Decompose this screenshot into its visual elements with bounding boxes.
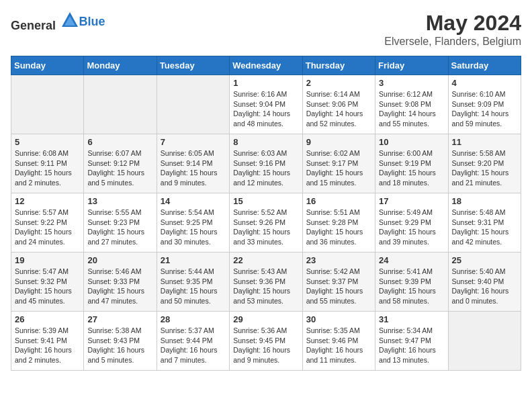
weekday-header-tuesday: Tuesday — [157, 56, 229, 75]
calendar-cell — [11, 75, 84, 134]
day-number: 16 — [306, 196, 371, 206]
calendar-cell: 18Sunrise: 5:48 AM Sunset: 9:31 PM Dayli… — [448, 193, 521, 253]
day-info: Sunrise: 5:35 AM Sunset: 9:46 PM Dayligh… — [306, 326, 371, 365]
calendar-week-row-1: 1Sunrise: 6:16 AM Sunset: 9:04 PM Daylig… — [11, 75, 521, 134]
calendar-cell — [157, 75, 229, 134]
calendar-cell: 15Sunrise: 5:52 AM Sunset: 9:26 PM Dayli… — [230, 193, 302, 253]
day-number: 13 — [87, 196, 152, 206]
day-info: Sunrise: 5:43 AM Sunset: 9:36 PM Dayligh… — [233, 267, 298, 306]
calendar-cell: 17Sunrise: 5:49 AM Sunset: 9:29 PM Dayli… — [375, 193, 448, 253]
weekday-header-sunday: Sunday — [11, 56, 84, 75]
day-number: 28 — [161, 314, 226, 324]
calendar-week-row-5: 26Sunrise: 5:39 AM Sunset: 9:41 PM Dayli… — [11, 312, 521, 371]
day-number: 31 — [379, 314, 444, 324]
day-number: 11 — [452, 137, 517, 147]
day-number: 18 — [452, 196, 517, 206]
day-number: 24 — [379, 255, 444, 265]
calendar-cell: 25Sunrise: 5:40 AM Sunset: 9:40 PM Dayli… — [448, 253, 521, 312]
day-info: Sunrise: 5:48 AM Sunset: 9:31 PM Dayligh… — [452, 208, 517, 247]
weekday-header-monday: Monday — [84, 56, 157, 75]
calendar-cell: 27Sunrise: 5:38 AM Sunset: 9:43 PM Dayli… — [84, 312, 157, 371]
day-info: Sunrise: 5:49 AM Sunset: 9:29 PM Dayligh… — [379, 208, 444, 247]
calendar-week-row-3: 12Sunrise: 5:57 AM Sunset: 9:22 PM Dayli… — [11, 193, 521, 253]
day-number: 29 — [233, 314, 298, 324]
calendar-table: SundayMondayTuesdayWednesdayThursdayFrid… — [11, 56, 521, 371]
day-info: Sunrise: 5:36 AM Sunset: 9:45 PM Dayligh… — [233, 326, 298, 365]
day-info: Sunrise: 5:40 AM Sunset: 9:40 PM Dayligh… — [452, 267, 517, 306]
calendar-cell: 12Sunrise: 5:57 AM Sunset: 9:22 PM Dayli… — [11, 193, 84, 253]
calendar-cell: 29Sunrise: 5:36 AM Sunset: 9:45 PM Dayli… — [230, 312, 302, 371]
title-block: May 2024 Elversele, Flanders, Belgium — [384, 11, 521, 48]
calendar-week-row-4: 19Sunrise: 5:47 AM Sunset: 9:32 PM Dayli… — [11, 253, 521, 312]
day-number: 14 — [161, 196, 226, 206]
day-info: Sunrise: 6:08 AM Sunset: 9:11 PM Dayligh… — [15, 148, 80, 188]
calendar-cell: 3Sunrise: 6:12 AM Sunset: 9:08 PM Daylig… — [375, 75, 448, 134]
day-info: Sunrise: 6:14 AM Sunset: 9:06 PM Dayligh… — [306, 89, 371, 129]
day-number: 25 — [452, 255, 517, 265]
calendar-week-row-2: 5Sunrise: 6:08 AM Sunset: 9:11 PM Daylig… — [11, 134, 521, 193]
day-info: Sunrise: 5:41 AM Sunset: 9:39 PM Dayligh… — [379, 267, 444, 306]
day-info: Sunrise: 5:46 AM Sunset: 9:33 PM Dayligh… — [87, 267, 152, 306]
calendar-cell: 20Sunrise: 5:46 AM Sunset: 9:33 PM Dayli… — [84, 253, 157, 312]
day-number: 8 — [233, 137, 298, 147]
day-number: 21 — [161, 255, 226, 265]
calendar-cell: 13Sunrise: 5:55 AM Sunset: 9:23 PM Dayli… — [84, 193, 157, 253]
calendar-cell: 11Sunrise: 5:58 AM Sunset: 9:20 PM Dayli… — [448, 134, 521, 193]
weekday-header-row: SundayMondayTuesdayWednesdayThursdayFrid… — [11, 56, 521, 75]
day-info: Sunrise: 5:51 AM Sunset: 9:28 PM Dayligh… — [306, 208, 371, 247]
page-header: General Blue May 2024 Elversele, Flander… — [11, 11, 521, 48]
weekday-header-wednesday: Wednesday — [230, 56, 302, 75]
calendar-cell: 4Sunrise: 6:10 AM Sunset: 9:09 PM Daylig… — [448, 75, 521, 134]
logo: General Blue — [11, 11, 105, 33]
logo-icon — [60, 11, 79, 30]
day-number: 3 — [379, 78, 444, 88]
calendar-cell: 9Sunrise: 6:02 AM Sunset: 9:17 PM Daylig… — [302, 134, 375, 193]
calendar-cell: 1Sunrise: 6:16 AM Sunset: 9:04 PM Daylig… — [230, 75, 302, 134]
calendar-cell: 5Sunrise: 6:08 AM Sunset: 9:11 PM Daylig… — [11, 134, 84, 193]
day-number: 27 — [87, 314, 152, 324]
day-info: Sunrise: 6:03 AM Sunset: 9:16 PM Dayligh… — [233, 148, 298, 188]
day-info: Sunrise: 6:10 AM Sunset: 9:09 PM Dayligh… — [452, 89, 517, 129]
calendar-cell: 16Sunrise: 5:51 AM Sunset: 9:28 PM Dayli… — [302, 193, 375, 253]
day-number: 22 — [233, 255, 298, 265]
calendar-cell: 19Sunrise: 5:47 AM Sunset: 9:32 PM Dayli… — [11, 253, 84, 312]
day-info: Sunrise: 5:47 AM Sunset: 9:32 PM Dayligh… — [15, 267, 80, 306]
day-number: 12 — [15, 196, 80, 206]
day-number: 26 — [15, 314, 80, 324]
day-number: 5 — [15, 137, 80, 147]
day-number: 30 — [306, 314, 371, 324]
day-number: 4 — [452, 78, 517, 88]
day-info: Sunrise: 6:07 AM Sunset: 9:12 PM Dayligh… — [87, 148, 152, 188]
calendar-cell: 14Sunrise: 5:54 AM Sunset: 9:25 PM Dayli… — [157, 193, 229, 253]
calendar-cell: 22Sunrise: 5:43 AM Sunset: 9:36 PM Dayli… — [230, 253, 302, 312]
day-number: 6 — [87, 137, 152, 147]
day-number: 19 — [15, 255, 80, 265]
calendar-cell: 7Sunrise: 6:05 AM Sunset: 9:14 PM Daylig… — [157, 134, 229, 193]
weekday-header-thursday: Thursday — [302, 56, 375, 75]
day-info: Sunrise: 5:57 AM Sunset: 9:22 PM Dayligh… — [15, 208, 80, 247]
calendar-cell: 6Sunrise: 6:07 AM Sunset: 9:12 PM Daylig… — [84, 134, 157, 193]
calendar-cell: 23Sunrise: 5:42 AM Sunset: 9:37 PM Dayli… — [302, 253, 375, 312]
day-number: 7 — [161, 137, 226, 147]
weekday-header-saturday: Saturday — [448, 56, 521, 75]
calendar-cell: 31Sunrise: 5:34 AM Sunset: 9:47 PM Dayli… — [375, 312, 448, 371]
calendar-cell — [448, 312, 521, 371]
day-info: Sunrise: 6:00 AM Sunset: 9:19 PM Dayligh… — [379, 148, 444, 188]
day-number: 2 — [306, 78, 371, 88]
calendar-cell: 10Sunrise: 6:00 AM Sunset: 9:19 PM Dayli… — [375, 134, 448, 193]
calendar-cell — [84, 75, 157, 134]
day-number: 9 — [306, 137, 371, 147]
day-info: Sunrise: 5:39 AM Sunset: 9:41 PM Dayligh… — [15, 326, 80, 365]
day-info: Sunrise: 6:16 AM Sunset: 9:04 PM Dayligh… — [233, 89, 298, 129]
day-info: Sunrise: 5:52 AM Sunset: 9:26 PM Dayligh… — [233, 208, 298, 247]
day-info: Sunrise: 6:05 AM Sunset: 9:14 PM Dayligh… — [161, 148, 226, 188]
day-info: Sunrise: 5:34 AM Sunset: 9:47 PM Dayligh… — [379, 326, 444, 365]
calendar-cell: 30Sunrise: 5:35 AM Sunset: 9:46 PM Dayli… — [302, 312, 375, 371]
weekday-header-friday: Friday — [375, 56, 448, 75]
month-year-title: May 2024 — [384, 11, 521, 36]
calendar-cell: 8Sunrise: 6:03 AM Sunset: 9:16 PM Daylig… — [230, 134, 302, 193]
calendar-cell: 28Sunrise: 5:37 AM Sunset: 9:44 PM Dayli… — [157, 312, 229, 371]
day-info: Sunrise: 6:12 AM Sunset: 9:08 PM Dayligh… — [379, 89, 444, 129]
location-subtitle: Elversele, Flanders, Belgium — [384, 36, 521, 48]
day-info: Sunrise: 5:37 AM Sunset: 9:44 PM Dayligh… — [161, 326, 226, 365]
